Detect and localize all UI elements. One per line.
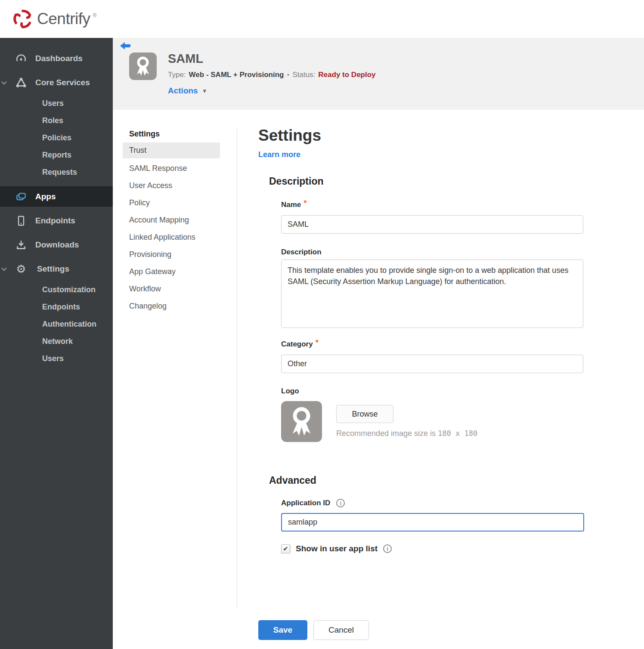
sidebar-item-core-services[interactable]: Core Services (0, 71, 113, 95)
name-input[interactable] (281, 215, 583, 234)
browse-button[interactable]: Browse (336, 405, 393, 423)
brand-logo: Centrify ® (13, 9, 96, 29)
chevron-down-icon (1, 266, 7, 271)
description-textarea[interactable]: This template enables you to provide sin… (281, 260, 583, 328)
app-meta-row: Type: Web - SAML + Provisioning • Status… (168, 71, 376, 79)
sidebar-item-label: Core Services (35, 78, 90, 87)
mobile-device-icon (15, 215, 27, 226)
status-value: Ready to Deploy (318, 71, 375, 79)
subnav-item-policy[interactable]: Policy (123, 194, 220, 211)
show-in-app-list-label: Show in user app list (296, 544, 378, 553)
save-button[interactable]: Save (258, 620, 307, 640)
core-services-icon (15, 77, 27, 88)
centrify-swirl-icon (13, 9, 33, 29)
content-divider (237, 129, 237, 608)
required-marker: * (316, 340, 319, 345)
sidebar-item-authentication[interactable]: Authentication (0, 315, 113, 333)
sidebar-item-label: Endpoints (35, 216, 75, 226)
type-value: Web - SAML + Provisioning (189, 71, 284, 79)
apps-icon (15, 191, 27, 202)
subnav-item-user-access[interactable]: User Access (123, 177, 220, 194)
sidebar-item-label: Dashboards (35, 54, 83, 63)
description-field-label: Description (281, 248, 322, 257)
sidebar-item-roles[interactable]: Roles (0, 112, 113, 129)
back-button[interactable] (120, 42, 131, 51)
app-title: SAML (168, 52, 203, 66)
core-services-submenu: Users Roles Policies Reports Requests (0, 95, 113, 181)
category-input[interactable] (281, 355, 583, 373)
sidebar-item-label: Settings (37, 264, 69, 274)
sidebar-item-endpoints[interactable]: Endpoints (0, 209, 113, 233)
gear-icon: ⚙ (15, 263, 27, 275)
cancel-button[interactable]: Cancel (313, 620, 369, 640)
info-icon[interactable]: i (336, 499, 345, 507)
caret-down-icon: ▼ (202, 88, 207, 94)
subnav-title: Settings (123, 126, 220, 142)
application-id-input[interactable] (281, 513, 584, 532)
subnav-item-workflow[interactable]: Workflow (123, 280, 220, 297)
show-in-app-list-checkbox[interactable]: ✔ (281, 544, 290, 553)
sidebar-item-requests[interactable]: Requests (0, 164, 113, 181)
chevron-down-icon (1, 79, 7, 85)
subnav-item-provisioning[interactable]: Provisioning (123, 246, 220, 263)
category-field-label: Category * (281, 340, 319, 349)
separator-dot: • (287, 71, 289, 79)
logo-size-value: 180 x 180 (438, 429, 477, 438)
settings-submenu: Customization Endpoints Authentication N… (0, 281, 113, 367)
required-marker: * (303, 201, 307, 206)
info-icon[interactable]: i (383, 544, 392, 553)
name-field-label: Name * (281, 201, 307, 209)
page-title: Settings (258, 127, 321, 145)
top-bar: Centrify ® (0, 0, 644, 38)
app-logo-badge-icon (129, 53, 157, 80)
sidebar-item-label: Apps (35, 192, 56, 201)
description-section-heading: Description (269, 176, 324, 187)
show-in-app-list-row: ✔ Show in user app list i (281, 544, 392, 553)
type-label: Type: (168, 71, 186, 79)
sidebar-item-label: Downloads (35, 240, 79, 250)
subnav-item-app-gateway[interactable]: App Gateway (123, 263, 220, 280)
sidebar-item-downloads[interactable]: Downloads (0, 233, 113, 257)
logo-preview-badge-icon (281, 401, 322, 442)
advanced-section-heading: Advanced (269, 475, 316, 486)
settings-subnav: Settings Trust SAML Response User Access… (123, 126, 220, 315)
actions-button[interactable]: Actions ▼ (168, 86, 207, 96)
sidebar-item-reports[interactable]: Reports (0, 146, 113, 164)
sidebar-item-endpoints-settings[interactable]: Endpoints (0, 298, 113, 315)
sidebar-item-users[interactable]: Users (0, 95, 113, 112)
subnav-item-account-mapping[interactable]: Account Mapping (123, 211, 220, 229)
sidebar-nav: Dashboards Core Services Users Roles Pol… (0, 38, 113, 649)
subnav-item-changelog[interactable]: Changelog (123, 297, 220, 315)
sidebar-item-policies[interactable]: Policies (0, 129, 113, 146)
learn-more-link[interactable]: Learn more (258, 150, 300, 159)
sidebar-item-settings[interactable]: ⚙ Settings (0, 257, 113, 281)
subnav-item-linked-applications[interactable]: Linked Applications (123, 229, 220, 246)
sidebar-item-dashboards[interactable]: Dashboards (0, 46, 113, 71)
brand-name: Centrify (37, 10, 90, 28)
sidebar-item-network[interactable]: Network (0, 333, 113, 350)
logo-size-hint: Recommended image size is 180 x 180 (336, 429, 477, 438)
sidebar-item-apps[interactable]: Apps (0, 186, 113, 207)
actions-label: Actions (168, 86, 198, 96)
app-header-band: SAML Type: Web - SAML + Provisioning • S… (113, 38, 644, 110)
brand-trademark: ® (93, 12, 96, 19)
download-icon (15, 239, 27, 250)
subnav-item-saml-response[interactable]: SAML Response (123, 160, 220, 177)
dashboard-gauge-icon (15, 53, 27, 64)
sidebar-item-users-settings[interactable]: Users (0, 350, 113, 367)
subnav-item-trust[interactable]: Trust (123, 142, 220, 158)
application-id-field-label: Application ID i (281, 499, 345, 507)
status-label: Status: (292, 71, 315, 79)
sidebar-item-customization[interactable]: Customization (0, 281, 113, 298)
logo-field-label: Logo (281, 387, 299, 396)
